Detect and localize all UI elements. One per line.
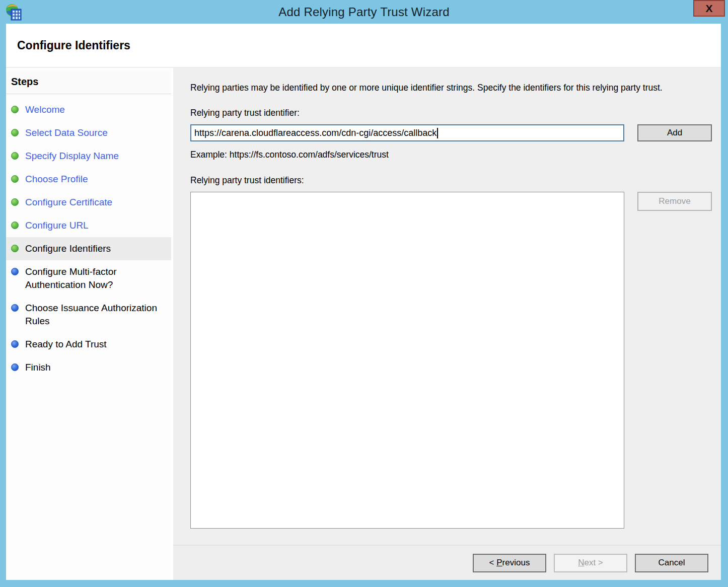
step-label: Configure URL [25,219,89,232]
identifier-input-value: https://carena.cloudflareaccess.com/cdn-… [194,128,436,138]
example-text: Example: https://fs.contoso.com/adfs/ser… [190,150,712,160]
step-status-icon [11,340,19,348]
sidebar-step-specify-display-name[interactable]: Specify Display Name [6,144,171,168]
identifier-input[interactable]: https://carena.cloudflareaccess.com/cdn-… [190,124,624,141]
identifier-field-label: Relying party trust identifier: [190,108,712,118]
wizard-window: Add Relying Party Trust Wizard X Configu… [0,0,728,587]
sidebar-step-choose-issuance-authorization-rules: Choose Issuance Authorization Rules [6,297,171,333]
page-header: Configure Identifiers [6,24,721,68]
wizard-frame: Configure Identifiers Steps WelcomeSelec… [6,24,721,580]
previous-button[interactable]: < Previous [473,554,546,572]
step-label: Configure Certificate [25,196,112,209]
previous-label-accel: P [496,558,502,567]
step-label: Specify Display Name [25,150,119,163]
window-title: Add Relying Party Trust Wizard [0,0,728,24]
text-cursor [437,128,438,138]
step-status-icon [11,129,19,136]
footer-button-bar: < Previous Next > Cancel [173,545,721,580]
main-pane: Relying parties may be identified by one… [173,68,721,580]
titlebar: Add Relying Party Trust Wizard X [0,0,728,24]
sidebar-step-configure-multi-factor-authentication-now: Configure Multi-factor Authentication No… [6,260,171,297]
sidebar-step-ready-to-add-trust: Ready to Add Trust [6,333,171,356]
step-status-icon [11,304,19,312]
step-label: Configure Multi-factor Authentication No… [25,265,168,291]
identifiers-list-label: Relying party trust identifiers: [190,175,712,186]
step-label: Welcome [25,103,65,116]
previous-label-pre: < [489,558,497,567]
main-content: Relying parties may be identified by one… [173,68,721,545]
step-status-icon [11,245,19,252]
steps-heading: Steps [6,71,171,94]
step-label: Choose Issuance Authorization Rules [25,302,168,328]
close-button[interactable]: X [693,0,725,17]
step-status-icon [11,175,19,183]
page-title: Configure Identifiers [17,39,130,52]
sidebar-step-choose-profile[interactable]: Choose Profile [6,168,171,191]
next-label-accel: N [578,558,584,567]
step-label: Configure Identifiers [25,242,111,255]
step-label: Finish [25,361,51,374]
sidebar-step-select-data-source[interactable]: Select Data Source [6,121,171,144]
steps-list: WelcomeSelect Data SourceSpecify Display… [6,94,171,379]
step-status-icon [11,152,19,160]
step-status-icon [11,222,19,229]
step-label: Choose Profile [25,173,88,186]
remove-button: Remove [637,192,712,211]
next-button: Next > [554,554,627,572]
step-status-icon [11,268,19,275]
sidebar-step-configure-identifiers: Configure Identifiers [6,237,171,260]
step-label: Select Data Source [25,126,108,139]
sidebar-step-finish: Finish [6,356,171,379]
step-status-icon [11,363,19,371]
step-status-icon [11,106,19,113]
sidebar-step-welcome[interactable]: Welcome [6,98,171,121]
instruction-text: Relying parties may be identified by one… [190,81,709,95]
identifiers-list-row: Remove [190,192,712,529]
identifiers-listbox[interactable] [190,192,624,529]
add-button[interactable]: Add [637,124,712,141]
previous-label-post: revious [502,558,530,567]
identifier-input-row: https://carena.cloudflareaccess.com/cdn-… [190,124,712,141]
step-status-icon [11,198,19,206]
sidebar-step-configure-certificate[interactable]: Configure Certificate [6,191,171,214]
steps-sidebar: Steps WelcomeSelect Data SourceSpecify D… [6,68,171,580]
step-label: Ready to Add Trust [25,338,107,351]
next-label-post: ext > [584,558,603,567]
sidebar-step-configure-url[interactable]: Configure URL [6,214,171,237]
cancel-button[interactable]: Cancel [635,554,708,572]
